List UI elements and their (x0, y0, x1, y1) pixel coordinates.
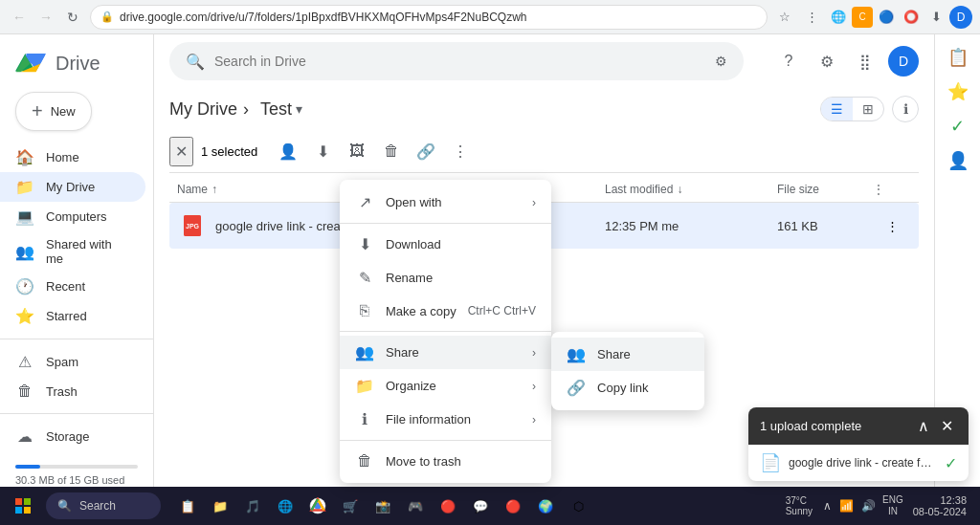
ext-download[interactable]: ⬇ (924, 6, 947, 29)
back-button[interactable]: ← (8, 6, 31, 29)
apps-button[interactable]: ⣿ (850, 46, 880, 77)
taskbar-icon-maps[interactable]: 🌍 (530, 491, 561, 521)
submenu-copy-link[interactable]: 🔗 Copy link (551, 371, 704, 405)
url-text: drive.google.com/drive/u/7/folders/1pIBp… (120, 11, 757, 24)
column-modified[interactable]: Last modified ↓ (605, 183, 777, 196)
sidebar-item-home[interactable]: 🏠 Home (0, 142, 145, 172)
user-avatar[interactable]: D (888, 46, 919, 77)
upload-close-button[interactable]: ✕ (937, 417, 957, 435)
right-panel-btn-3[interactable]: ✓ (943, 111, 973, 142)
settings-button[interactable]: ⚙ (812, 46, 842, 77)
breadcrumb-folder-dropdown[interactable]: Test ▾ (255, 98, 308, 121)
taskbar-icon-chrome[interactable] (302, 491, 333, 521)
add-person-button[interactable]: 👤 (273, 136, 303, 166)
taskbar-icon-extra[interactable]: ⬡ (563, 491, 593, 521)
taskbar-search-icon: 🔍 (57, 499, 72, 513)
volume-icon[interactable]: 🔊 (858, 497, 879, 514)
sidebar-computers-label: Computers (46, 209, 107, 224)
download-icon: ⬇ (355, 235, 374, 253)
column-more[interactable]: ⋮ (873, 183, 911, 196)
home-icon: 🏠 (15, 148, 34, 166)
context-menu-trash[interactable]: 🗑 Move to trash (340, 445, 551, 477)
sort-asc-icon: ↑ (212, 183, 217, 196)
delete-button[interactable]: 🗑 (376, 136, 407, 166)
help-button[interactable]: ? (773, 46, 804, 77)
right-panel-btn-1[interactable]: 📋 (943, 42, 973, 73)
ext-translate[interactable]: 🌐 (827, 6, 850, 29)
bookmark-star-button[interactable]: ☆ (773, 6, 796, 29)
taskbar-language[interactable]: ENG IN (882, 494, 903, 517)
sidebar-item-starred[interactable]: ⭐ Starred (0, 301, 145, 331)
ext-1[interactable]: 🔵 (875, 6, 898, 29)
submenu-share[interactable]: 👥 Share (551, 338, 704, 371)
search-input[interactable] (214, 54, 705, 69)
search-bar[interactable]: 🔍 ⚙ (169, 42, 744, 80)
taskbar-icon-browser[interactable]: 🌐 (270, 491, 301, 521)
ext-copy[interactable]: C (852, 7, 873, 28)
upload-item: 📄 google drive link - create folder.jpg … (748, 445, 969, 481)
taskbar-icon-music[interactable]: 🎵 (237, 491, 268, 521)
ext-2[interactable]: ⭕ (900, 6, 923, 29)
sidebar-storage-label: Storage (46, 429, 90, 444)
upload-notification: 1 upload complete ∧ ✕ 📄 google drive lin… (748, 407, 969, 481)
sidebar-item-spam[interactable]: ⚠ Spam (0, 347, 145, 377)
grid-view-button[interactable]: ⊞ (853, 98, 883, 120)
selection-count: 1 selected (201, 144, 257, 159)
start-button[interactable] (8, 491, 38, 521)
taskbar-icon-files[interactable]: 📋 (172, 491, 203, 521)
preview-button[interactable]: 🖼 (342, 136, 372, 166)
context-menu-share[interactable]: 👥 Share › 👥 Share 🔗 Copy link (340, 336, 551, 369)
sidebar-item-recent[interactable]: 🕐 Recent (0, 272, 145, 301)
taskbar-icon-game[interactable]: 🎮 (400, 491, 431, 521)
plus-icon: + (32, 100, 43, 122)
taskbar-icon-store[interactable]: 🛒 (335, 491, 366, 521)
tray-expand-icon[interactable]: ∧ (820, 497, 835, 514)
download-button[interactable]: ⬇ (307, 136, 338, 166)
sidebar-logo: Drive (0, 42, 153, 92)
sidebar-item-shared[interactable]: 👥 Shared with me (0, 231, 145, 272)
upload-minimize-button[interactable]: ∧ (914, 417, 933, 435)
browser-menu-button[interactable]: ⋮ (800, 6, 823, 29)
taskbar-icon-explorer[interactable]: 📁 (205, 491, 235, 521)
chevron-down-icon: ▾ (296, 101, 302, 117)
context-menu-open-with[interactable]: ↗ Open with › (340, 186, 551, 219)
network-icon[interactable]: 📶 (836, 497, 857, 514)
taskbar-icon-opera[interactable]: 🔴 (498, 491, 528, 521)
list-view-button[interactable]: ☰ (821, 98, 853, 120)
taskbar-icon-camera[interactable]: 📸 (368, 491, 398, 521)
close-selection-button[interactable]: ✕ (169, 137, 193, 166)
taskbar-icon-whatsapp[interactable]: 💬 (465, 491, 496, 521)
forward-button[interactable]: → (34, 6, 57, 29)
submenu-share-icon: 👥 (567, 345, 586, 363)
file-more-button[interactable]: ⋮ (873, 219, 911, 233)
search-icon: 🔍 (186, 53, 205, 71)
new-button[interactable]: + New (15, 92, 92, 131)
submenu-copy-link-label: Copy link (597, 381, 648, 395)
breadcrumb-root[interactable]: My Drive (169, 99, 237, 120)
sidebar-item-computers[interactable]: 💻 Computers (0, 202, 145, 231)
link-button[interactable]: 🔗 (411, 136, 441, 166)
context-menu-file-info[interactable]: ℹ File information › (340, 403, 551, 436)
svg-text:JPG: JPG (186, 223, 200, 230)
sidebar-item-my-drive[interactable]: 📁 My Drive (0, 172, 145, 202)
search-filter-icon[interactable]: ⚙ (715, 54, 727, 69)
right-panel-btn-2[interactable]: ⭐ (943, 77, 973, 107)
context-menu-copy[interactable]: ⎘ Make a copy Ctrl+C Ctrl+V (340, 295, 551, 327)
taskbar-clock[interactable]: 12:38 08-05-2024 (907, 494, 972, 517)
browser-chrome: ← → ↻ 🔒 drive.google.com/drive/u/7/folde… (0, 0, 980, 34)
profile-avatar[interactable]: D (949, 6, 972, 29)
context-menu-organize[interactable]: 📁 Organize › (340, 369, 551, 403)
reload-button[interactable]: ↻ (61, 6, 84, 29)
sidebar-item-trash[interactable]: 🗑 Trash (0, 377, 145, 405)
sidebar-item-storage[interactable]: ☁ Storage (0, 422, 145, 451)
context-menu-rename[interactable]: ✎ Rename (340, 261, 551, 295)
more-actions-button[interactable]: ⋮ (445, 136, 476, 166)
context-menu-download[interactable]: ⬇ Download (340, 228, 551, 261)
taskbar-icon-red[interactable]: 🔴 (433, 491, 463, 521)
address-bar[interactable]: 🔒 drive.google.com/drive/u/7/folders/1pI… (90, 5, 768, 30)
upload-file-icon: 📄 (760, 452, 781, 473)
taskbar-search[interactable]: 🔍 Search (46, 492, 161, 519)
right-panel-btn-4[interactable]: 👤 (943, 145, 973, 176)
info-button[interactable]: ℹ (892, 96, 919, 122)
context-menu-divider-1 (340, 223, 551, 224)
